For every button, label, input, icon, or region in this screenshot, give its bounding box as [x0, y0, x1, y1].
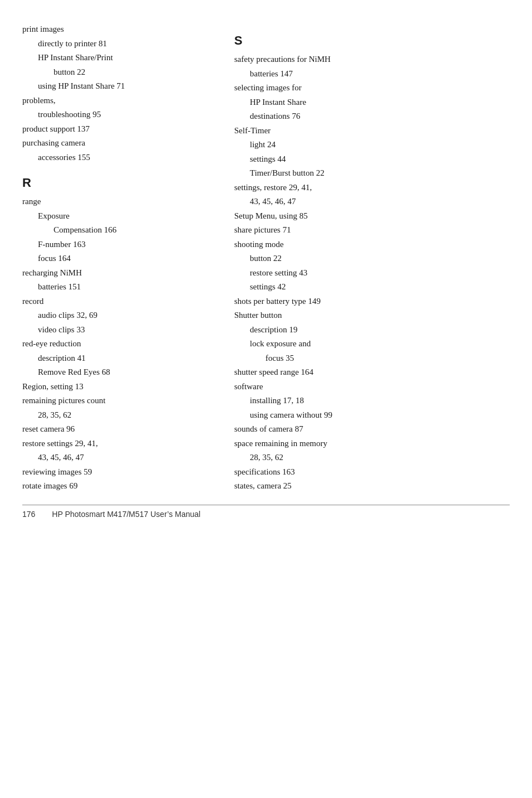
entry-settings-44: settings 44	[234, 152, 510, 167]
entry-button-22: button 22	[22, 65, 217, 80]
entry-exposure: Exposure	[22, 209, 217, 224]
entry-software: software	[234, 380, 510, 394]
entry-remaining-pictures: remaining pictures count	[22, 394, 217, 408]
entry-specifications: specifications 163	[234, 465, 510, 480]
entry-focus-35: focus 35	[234, 351, 510, 366]
entry-region-setting: Region, setting 13	[22, 380, 217, 394]
entry-record: record	[22, 294, 217, 309]
page-container: print images directly to printer 81 HP I…	[22, 17, 510, 519]
entry-hp-instant-share-print: HP Instant Share/Print	[22, 51, 217, 65]
entry-space-pages: 28, 35, 62	[234, 451, 510, 465]
entry-states-camera: states, camera 25	[234, 479, 510, 494]
footer-title: HP Photosmart M417/M517 User’s Manual	[52, 510, 200, 519]
entry-purchasing-camera: purchasing camera	[22, 136, 217, 151]
entry-rotate-images: rotate images 69	[22, 479, 217, 494]
entry-batteries-151: batteries 151	[22, 280, 217, 294]
entry-recharging-nimh: recharging NiMH	[22, 266, 217, 280]
entry-shooting-mode: shooting mode	[234, 238, 510, 252]
entry-shooting-settings: settings 42	[234, 280, 510, 294]
columns: print images directly to printer 81 HP I…	[22, 17, 510, 494]
entry-reviewing-images: reviewing images 59	[22, 465, 217, 480]
entry-accessories: accessories 155	[22, 151, 217, 165]
entry-shutter-description: description 19	[234, 323, 510, 337]
entry-remove-red-eyes: Remove Red Eyes 68	[22, 365, 217, 380]
section-s: S safety precautions for NiMH batteries …	[234, 33, 510, 494]
entry-problems: problems,	[22, 94, 217, 108]
entry-directly-to-printer: directly to printer 81	[22, 37, 217, 51]
entry-range: range	[22, 195, 217, 209]
entry-using-hp-instant-share: using HP Instant Share 71	[22, 79, 217, 94]
entry-batteries-147: batteries 147	[234, 67, 510, 81]
entry-self-timer: Self-Timer	[234, 124, 510, 138]
entry-light: light 24	[234, 138, 510, 152]
entry-using-camera-without: using camera without 99	[234, 408, 510, 423]
entry-troubleshooting: troubleshooting 95	[22, 108, 217, 122]
entry-space-remaining: space remaining in memory	[234, 437, 510, 451]
entry-audio-clips: audio clips 32, 69	[22, 308, 217, 323]
entry-installing: installing 17, 18	[234, 394, 510, 408]
entry-red-eye-description: description 41	[22, 351, 217, 366]
right-column: S safety precautions for NiMH batteries …	[234, 17, 510, 494]
print-images-section: print images directly to printer 81 HP I…	[22, 22, 217, 165]
entry-lock-exposure: lock exposure and	[234, 337, 510, 351]
entry-product-support: product support 137	[22, 122, 217, 137]
entry-red-eye-reduction: red-eye reduction	[22, 337, 217, 351]
entry-focus: focus 164	[22, 252, 217, 266]
entry-destinations: destinations 76	[234, 109, 510, 124]
entry-print-images: print images	[22, 22, 217, 37]
entry-video-clips: video clips 33	[22, 323, 217, 337]
entry-shutter-speed: shutter speed range 164	[234, 365, 510, 380]
entry-settings-restore: settings, restore 29, 41,	[234, 181, 510, 195]
entry-reset-camera: reset camera 96	[22, 422, 217, 437]
section-r: R range Exposure Compensation 166 F-numb…	[22, 176, 217, 494]
page-footer: 176 HP Photosmart M417/M517 User’s Manua…	[22, 505, 510, 519]
entry-safety-precautions: safety precautions for NiMH	[234, 52, 510, 67]
entry-timer-burst-button: Timer/Burst button 22	[234, 166, 510, 181]
entry-sounds-of-camera: sounds of camera 87	[234, 422, 510, 437]
entry-settings-pages: 43, 45, 46, 47	[234, 195, 510, 209]
entry-setup-menu: Setup Menu, using 85	[234, 209, 510, 224]
entry-restore-settings: restore settings 29, 41,	[22, 437, 217, 451]
section-s-header: S	[234, 33, 510, 48]
entry-shooting-button: button 22	[234, 252, 510, 266]
entry-remaining-pages: 28, 35, 62	[22, 408, 217, 423]
footer-page-number: 176	[22, 510, 35, 519]
entry-hp-instant-share: HP Instant Share	[234, 95, 510, 110]
section-r-header: R	[22, 176, 217, 190]
entry-selecting-images: selecting images for	[234, 81, 510, 95]
entry-f-number: F-number 163	[22, 238, 217, 252]
left-column: print images directly to printer 81 HP I…	[22, 17, 234, 494]
entry-compensation: Compensation 166	[22, 223, 217, 238]
entry-restore-setting: restore setting 43	[234, 266, 510, 280]
entry-shots-per-battery: shots per battery type 149	[234, 294, 510, 309]
entry-restore-pages: 43, 45, 46, 47	[22, 451, 217, 465]
entry-share-pictures: share pictures 71	[234, 223, 510, 238]
entry-shutter-button: Shutter button	[234, 308, 510, 323]
